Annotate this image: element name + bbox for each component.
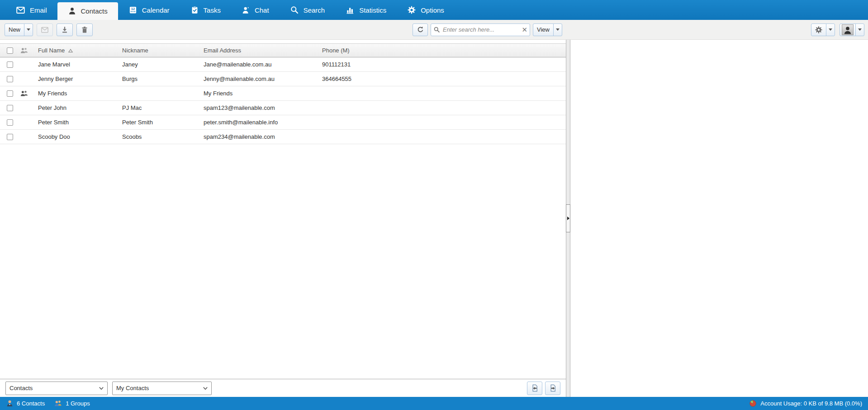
delete-button[interactable] xyxy=(76,24,93,36)
groups-count: 1 Groups xyxy=(54,400,90,407)
cell-nickname: Peter Smith xyxy=(122,119,204,126)
tab-chat[interactable]: Chat xyxy=(231,0,280,20)
collapse-arrow-icon xyxy=(567,217,569,220)
account-usage: Account Usage: 0 KB of 9.8 MB (0.0%) xyxy=(749,400,862,407)
row-checkbox[interactable] xyxy=(7,119,13,126)
column-header-full-name[interactable]: Full Name xyxy=(38,47,122,54)
tab-options[interactable]: Options xyxy=(397,0,455,20)
cell-full-name: My Friends xyxy=(38,90,122,97)
new-button[interactable]: New xyxy=(5,24,24,36)
folder-select[interactable]: My Contacts xyxy=(112,382,212,395)
tab-label: Search xyxy=(304,6,325,14)
refresh-button[interactable] xyxy=(413,24,428,36)
cell-email: Jenny@mailenable.com.au xyxy=(204,75,322,82)
row-checkbox[interactable] xyxy=(7,105,13,111)
view-split-button: View xyxy=(533,24,562,36)
groups-count-label: 1 Groups xyxy=(66,400,90,407)
cell-phone: 364664555 xyxy=(322,75,566,82)
table-header: Full Name Nickname Email Address Phone (… xyxy=(0,43,566,57)
trash-icon xyxy=(81,26,89,34)
avatar xyxy=(842,24,854,35)
refresh-icon xyxy=(417,26,424,33)
row-checkbox[interactable] xyxy=(7,76,13,82)
table-row[interactable]: Scooby Doo Scoobs spam234@mailenable.com xyxy=(0,130,566,144)
contact-rows: Jane Marvel Janey Jane@mailenable.com.au… xyxy=(0,57,566,379)
tab-tasks[interactable]: Tasks xyxy=(180,0,231,20)
cell-full-name: Jenny Berger xyxy=(38,75,122,82)
status-bar: 6 Contacts 1 Groups Account Usage: 0 KB … xyxy=(0,397,868,410)
tab-email[interactable]: Email xyxy=(5,0,57,20)
send-email-button[interactable] xyxy=(37,24,53,36)
account-usage-label: Account Usage: 0 KB of 9.8 MB (0.0%) xyxy=(760,400,862,407)
main-area: Full Name Nickname Email Address Phone (… xyxy=(0,40,868,397)
cell-nickname: Janey xyxy=(122,61,204,68)
select-all-checkbox[interactable] xyxy=(7,47,13,54)
cell-email: spam234@mailenable.com xyxy=(204,133,322,140)
usage-pie-icon xyxy=(749,400,757,407)
group-icon xyxy=(20,47,28,54)
tab-calendar[interactable]: 12Calendar xyxy=(118,0,180,20)
table-row[interactable]: Jenny Berger Burgs Jenny@mailenable.com.… xyxy=(0,72,566,86)
sort-asc-icon xyxy=(68,48,73,53)
avatar-icon xyxy=(843,25,853,35)
column-header-nickname[interactable]: Nickname xyxy=(122,47,204,54)
clear-search-icon[interactable]: ✕ xyxy=(522,25,527,34)
import-export-group xyxy=(527,382,560,395)
cell-full-name: Peter John xyxy=(38,104,122,111)
download-button[interactable] xyxy=(57,24,73,36)
settings-button[interactable] xyxy=(811,24,826,36)
chat-icon xyxy=(242,6,250,14)
panel-splitter[interactable] xyxy=(566,40,570,397)
contact-person-icon xyxy=(6,400,14,407)
import-contacts-button[interactable] xyxy=(527,382,542,395)
table-row[interactable]: Peter Smith Peter Smith peter.smith@mail… xyxy=(0,115,566,130)
account-dropdown-button[interactable] xyxy=(855,24,864,36)
cell-full-name: Peter Smith xyxy=(38,119,122,126)
cell-full-name: Jane Marvel xyxy=(38,61,122,68)
tab-contacts[interactable]: Contacts xyxy=(57,2,118,20)
cell-nickname: Burgs xyxy=(122,75,204,82)
table-row[interactable]: Jane Marvel Janey Jane@mailenable.com.au… xyxy=(0,57,566,72)
cell-email: spam123@mailenable.com xyxy=(204,104,322,111)
row-checkbox[interactable] xyxy=(7,61,13,68)
tab-statistics[interactable]: Statistics xyxy=(335,0,397,20)
cell-nickname: PJ Mac xyxy=(122,104,204,111)
splitter-collapse-handle[interactable] xyxy=(566,204,570,232)
group-icon xyxy=(54,400,62,407)
column-header-email[interactable]: Email Address xyxy=(204,47,322,54)
list-type-select-wrap: Contacts xyxy=(5,382,108,395)
contact-list-panel: Full Name Nickname Email Address Phone (… xyxy=(0,40,566,397)
view-dropdown-button[interactable] xyxy=(553,24,562,36)
account-button[interactable] xyxy=(840,24,856,36)
svg-text:12: 12 xyxy=(131,7,135,11)
chevron-down-icon xyxy=(556,28,560,31)
tab-search[interactable]: Search xyxy=(280,0,336,20)
contacts-count: 6 Contacts xyxy=(6,400,45,407)
contacts-count-label: 6 Contacts xyxy=(17,400,45,407)
settings-dropdown-button[interactable] xyxy=(826,24,835,36)
table-row[interactable]: My Friends My Friends xyxy=(0,86,566,101)
calendar-icon: 12 xyxy=(128,5,138,14)
chevron-down-icon xyxy=(829,28,832,31)
export-contacts-button[interactable] xyxy=(545,382,560,395)
tab-label: Contacts xyxy=(81,7,108,15)
new-dropdown-button[interactable] xyxy=(24,24,33,36)
view-button[interactable]: View xyxy=(533,24,554,36)
tab-label: Chat xyxy=(255,6,269,14)
table-row[interactable]: Peter John PJ Mac spam123@mailenable.com xyxy=(0,101,566,115)
cell-nickname: Scoobs xyxy=(122,133,204,140)
gear-icon xyxy=(815,26,823,34)
tab-label: Calendar xyxy=(142,6,170,14)
row-checkbox[interactable] xyxy=(7,134,13,140)
column-header-phone[interactable]: Phone (M) xyxy=(322,47,566,54)
list-type-select[interactable]: Contacts xyxy=(5,382,108,395)
tab-label: Tasks xyxy=(204,6,221,14)
contacts-icon xyxy=(68,7,76,15)
import-icon xyxy=(531,384,539,392)
mailenable-app: EmailContacts12CalendarTasksChatSearchSt… xyxy=(0,0,868,410)
cell-email: Jane@mailenable.com.au xyxy=(204,61,322,68)
cell-phone: 901112131 xyxy=(322,61,566,68)
row-checkbox[interactable] xyxy=(7,90,13,97)
search-input[interactable] xyxy=(431,24,530,36)
toolbar-right-group xyxy=(811,24,864,36)
